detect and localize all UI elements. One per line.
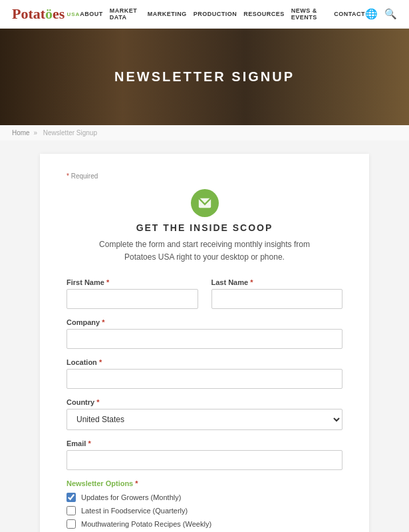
company-group: Company *: [67, 318, 342, 349]
newsletter-options-label: Newsletter Options *: [67, 479, 342, 487]
breadcrumb-separator: »: [33, 129, 37, 136]
option-growers[interactable]: Updates for Growers (Monthly): [67, 493, 342, 502]
first-name-input[interactable]: [67, 289, 198, 309]
nav-links: ABOUT MARKET DATA MARKETING PRODUCTION R…: [80, 7, 365, 21]
nav-contact[interactable]: CONTACT: [334, 11, 365, 17]
company-row: Company *: [67, 318, 342, 349]
checkbox-recipes[interactable]: [67, 519, 76, 529]
email-row: Email *: [67, 439, 342, 470]
form-card: Required GET THE INSIDE SCOOP Complete t…: [40, 154, 369, 532]
email-envelope-icon: [191, 189, 219, 217]
nav-icons: 🌐 🔍: [365, 8, 397, 20]
first-name-group: First Name *: [67, 278, 198, 309]
email-input[interactable]: [67, 450, 342, 470]
checkbox-growers[interactable]: [67, 493, 76, 502]
globe-icon[interactable]: 🌐: [365, 8, 378, 20]
last-name-group: Last Name *: [211, 278, 343, 309]
form-section: Required GET THE INSIDE SCOOP Complete t…: [0, 140, 409, 532]
first-name-label: First Name *: [67, 278, 198, 286]
nav-market-data[interactable]: MARKET DATA: [110, 7, 141, 21]
company-input[interactable]: [67, 329, 342, 349]
form-heading: GET THE INSIDE SCOOP: [67, 222, 342, 233]
country-select[interactable]: United States Canada United Kingdom Aust…: [67, 409, 342, 430]
location-input[interactable]: [67, 369, 342, 389]
breadcrumb-current: Newsletter Signup: [43, 129, 97, 136]
nav-about[interactable]: ABOUT: [80, 11, 103, 17]
logo-usa: USA: [67, 11, 80, 17]
nav-resources[interactable]: RESOURCES: [243, 11, 285, 17]
newsletter-options-group: Updates for Growers (Monthly) Latest in …: [67, 493, 342, 532]
last-name-label: Last Name *: [211, 278, 343, 286]
location-label: Location *: [67, 358, 342, 366]
required-note: Required: [67, 172, 342, 180]
option-recipes[interactable]: Mouthwatering Potato Recipes (Weekly): [67, 519, 342, 529]
company-label: Company *: [67, 318, 342, 326]
checkbox-foodservice[interactable]: [67, 506, 76, 515]
email-label: Email *: [67, 439, 342, 447]
email-icon-wrap: [67, 189, 342, 217]
location-group: Location *: [67, 358, 342, 389]
breadcrumb-home[interactable]: Home: [12, 129, 30, 136]
hero-banner: NEWSLETTER SIGNUP: [0, 29, 409, 125]
breadcrumb: Home » Newsletter Signup: [0, 125, 409, 140]
country-group: Country * United States Canada United Ki…: [67, 398, 342, 430]
logo[interactable]: Potatöes USA: [12, 5, 80, 23]
form-subtext: Complete the form and start receiving mo…: [67, 238, 342, 264]
name-row: First Name * Last Name *: [67, 278, 342, 309]
nav-marketing[interactable]: MARKETING: [148, 11, 187, 17]
search-icon[interactable]: 🔍: [384, 8, 397, 20]
logo-text: Potatöes: [12, 5, 65, 23]
location-row: Location *: [67, 358, 342, 389]
last-name-input[interactable]: [211, 289, 343, 309]
nav-news-events[interactable]: NEWS & EVENTS: [291, 7, 327, 21]
nav-production[interactable]: PRODUCTION: [194, 11, 237, 17]
country-label: Country *: [67, 398, 342, 406]
email-group: Email *: [67, 439, 342, 470]
hero-title: NEWSLETTER SIGNUP: [114, 69, 295, 85]
option-foodservice[interactable]: Latest in Foodservice (Quarterly): [67, 506, 342, 515]
country-row: Country * United States Canada United Ki…: [67, 398, 342, 430]
navbar: Potatöes USA ABOUT MARKET DATA MARKETING…: [0, 0, 409, 29]
